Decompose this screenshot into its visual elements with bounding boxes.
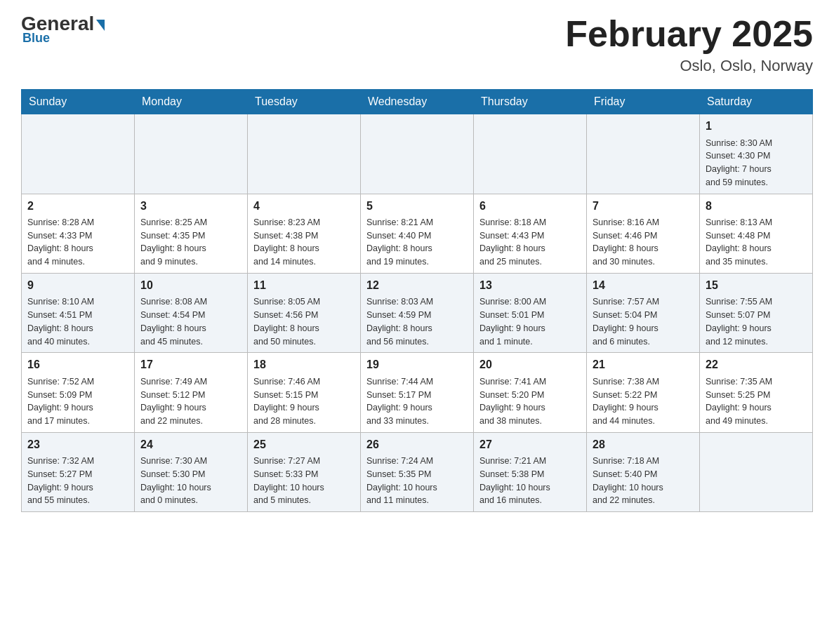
day-number: 20 <box>479 357 581 373</box>
calendar-week-row: 2Sunrise: 8:28 AM Sunset: 4:33 PM Daylig… <box>22 194 813 273</box>
day-number: 19 <box>366 357 468 373</box>
calendar-day-cell: 6Sunrise: 8:18 AM Sunset: 4:43 PM Daylig… <box>474 194 587 273</box>
day-number: 23 <box>27 437 128 452</box>
day-info: Sunrise: 7:38 AM Sunset: 5:22 PM Dayligh… <box>593 375 694 428</box>
day-info: Sunrise: 8:08 AM Sunset: 4:54 PM Dayligh… <box>140 295 241 348</box>
calendar-day-cell: 18Sunrise: 7:46 AM Sunset: 5:15 PM Dayli… <box>248 353 361 432</box>
day-info: Sunrise: 8:13 AM Sunset: 4:48 PM Dayligh… <box>706 216 807 269</box>
calendar-day-cell: 4Sunrise: 8:23 AM Sunset: 4:38 PM Daylig… <box>248 194 361 273</box>
calendar-week-row: 9Sunrise: 8:10 AM Sunset: 4:51 PM Daylig… <box>22 273 813 352</box>
calendar-day-cell: 12Sunrise: 8:03 AM Sunset: 4:59 PM Dayli… <box>361 273 474 352</box>
day-number: 25 <box>253 437 355 452</box>
calendar-day-cell: 20Sunrise: 7:41 AM Sunset: 5:20 PM Dayli… <box>474 353 587 432</box>
day-info: Sunrise: 7:21 AM Sunset: 5:38 PM Dayligh… <box>479 455 581 507</box>
calendar-day-cell <box>474 114 587 194</box>
day-number: 2 <box>27 199 128 214</box>
header: General Blue February 2025 Oslo, Oslo, N… <box>21 14 813 75</box>
calendar-week-row: 16Sunrise: 7:52 AM Sunset: 5:09 PM Dayli… <box>22 353 813 432</box>
day-info: Sunrise: 7:52 AM Sunset: 5:09 PM Dayligh… <box>27 375 128 428</box>
location-title: Oslo, Oslo, Norway <box>565 57 813 75</box>
title-area: February 2025 Oslo, Oslo, Norway <box>565 14 813 75</box>
day-info: Sunrise: 7:41 AM Sunset: 5:20 PM Dayligh… <box>479 375 581 428</box>
day-number: 26 <box>366 437 468 452</box>
calendar-day-cell: 21Sunrise: 7:38 AM Sunset: 5:22 PM Dayli… <box>587 353 700 432</box>
calendar-day-cell: 15Sunrise: 7:55 AM Sunset: 5:07 PM Dayli… <box>700 273 813 352</box>
calendar-day-cell: 11Sunrise: 8:05 AM Sunset: 4:56 PM Dayli… <box>248 273 361 352</box>
calendar-day-cell: 7Sunrise: 8:16 AM Sunset: 4:46 PM Daylig… <box>587 194 700 273</box>
day-info: Sunrise: 8:21 AM Sunset: 4:40 PM Dayligh… <box>366 216 468 269</box>
logo-blue: Blue <box>22 31 50 46</box>
day-number: 16 <box>27 357 128 373</box>
calendar-day-cell: 8Sunrise: 8:13 AM Sunset: 4:48 PM Daylig… <box>700 194 813 273</box>
calendar-day-cell: 23Sunrise: 7:32 AM Sunset: 5:27 PM Dayli… <box>22 432 135 511</box>
day-info: Sunrise: 7:30 AM Sunset: 5:30 PM Dayligh… <box>140 455 241 507</box>
day-info: Sunrise: 8:23 AM Sunset: 4:38 PM Dayligh… <box>253 216 355 269</box>
day-info: Sunrise: 7:24 AM Sunset: 5:35 PM Dayligh… <box>366 455 468 507</box>
day-info: Sunrise: 8:03 AM Sunset: 4:59 PM Dayligh… <box>366 295 468 348</box>
day-info: Sunrise: 8:10 AM Sunset: 4:51 PM Dayligh… <box>27 295 128 348</box>
day-info: Sunrise: 7:55 AM Sunset: 5:07 PM Dayligh… <box>706 295 807 348</box>
day-info: Sunrise: 7:57 AM Sunset: 5:04 PM Dayligh… <box>593 295 694 348</box>
day-info: Sunrise: 7:46 AM Sunset: 5:15 PM Dayligh… <box>253 375 355 428</box>
day-of-week-friday: Friday <box>587 90 700 114</box>
calendar-week-row: 1Sunrise: 8:30 AM Sunset: 4:30 PM Daylig… <box>22 114 813 194</box>
day-number: 22 <box>706 357 807 373</box>
calendar-table: SundayMondayTuesdayWednesdayThursdayFrid… <box>21 89 813 512</box>
calendar-day-cell: 5Sunrise: 8:21 AM Sunset: 4:40 PM Daylig… <box>361 194 474 273</box>
day-info: Sunrise: 8:28 AM Sunset: 4:33 PM Dayligh… <box>27 216 128 269</box>
day-number: 24 <box>140 437 241 452</box>
calendar-day-cell: 1Sunrise: 8:30 AM Sunset: 4:30 PM Daylig… <box>700 114 813 194</box>
day-info: Sunrise: 8:30 AM Sunset: 4:30 PM Dayligh… <box>706 137 807 189</box>
day-of-week-thursday: Thursday <box>474 90 587 114</box>
day-number: 8 <box>706 199 807 214</box>
day-number: 6 <box>479 199 581 214</box>
calendar-day-cell: 16Sunrise: 7:52 AM Sunset: 5:09 PM Dayli… <box>22 353 135 432</box>
day-number: 27 <box>479 437 581 452</box>
calendar-day-cell: 28Sunrise: 7:18 AM Sunset: 5:40 PM Dayli… <box>587 432 700 511</box>
calendar-day-cell: 13Sunrise: 8:00 AM Sunset: 5:01 PM Dayli… <box>474 273 587 352</box>
calendar-day-cell: 17Sunrise: 7:49 AM Sunset: 5:12 PM Dayli… <box>135 353 248 432</box>
day-info: Sunrise: 8:16 AM Sunset: 4:46 PM Dayligh… <box>593 216 694 269</box>
day-info: Sunrise: 7:44 AM Sunset: 5:17 PM Dayligh… <box>366 375 468 428</box>
calendar-day-cell <box>248 114 361 194</box>
day-info: Sunrise: 7:18 AM Sunset: 5:40 PM Dayligh… <box>593 455 694 507</box>
day-number: 9 <box>27 278 128 293</box>
calendar-day-cell <box>22 114 135 194</box>
day-info: Sunrise: 7:35 AM Sunset: 5:25 PM Dayligh… <box>706 375 807 428</box>
calendar-day-cell: 2Sunrise: 8:28 AM Sunset: 4:33 PM Daylig… <box>22 194 135 273</box>
day-info: Sunrise: 7:27 AM Sunset: 5:33 PM Dayligh… <box>253 455 355 507</box>
day-number: 17 <box>140 357 241 373</box>
calendar-day-cell: 22Sunrise: 7:35 AM Sunset: 5:25 PM Dayli… <box>700 353 813 432</box>
day-info: Sunrise: 8:25 AM Sunset: 4:35 PM Dayligh… <box>140 216 241 269</box>
day-number: 7 <box>593 199 694 214</box>
day-number: 5 <box>366 199 468 214</box>
calendar-day-cell <box>587 114 700 194</box>
calendar-day-cell: 26Sunrise: 7:24 AM Sunset: 5:35 PM Dayli… <box>361 432 474 511</box>
day-number: 14 <box>593 278 694 293</box>
calendar-day-cell: 3Sunrise: 8:25 AM Sunset: 4:35 PM Daylig… <box>135 194 248 273</box>
day-number: 10 <box>140 278 241 293</box>
calendar-day-cell: 14Sunrise: 7:57 AM Sunset: 5:04 PM Dayli… <box>587 273 700 352</box>
day-of-week-sunday: Sunday <box>22 90 135 114</box>
month-title: February 2025 <box>565 14 813 54</box>
calendar-day-cell <box>361 114 474 194</box>
calendar-day-cell <box>135 114 248 194</box>
day-number: 11 <box>253 278 355 293</box>
day-of-week-monday: Monday <box>135 90 248 114</box>
day-info: Sunrise: 7:49 AM Sunset: 5:12 PM Dayligh… <box>140 375 241 428</box>
day-number: 28 <box>593 437 694 452</box>
day-info: Sunrise: 7:32 AM Sunset: 5:27 PM Dayligh… <box>27 455 128 507</box>
day-info: Sunrise: 8:05 AM Sunset: 4:56 PM Dayligh… <box>253 295 355 348</box>
day-of-week-tuesday: Tuesday <box>248 90 361 114</box>
calendar-day-cell: 24Sunrise: 7:30 AM Sunset: 5:30 PM Dayli… <box>135 432 248 511</box>
calendar-day-cell: 9Sunrise: 8:10 AM Sunset: 4:51 PM Daylig… <box>22 273 135 352</box>
day-number: 13 <box>479 278 581 293</box>
day-number: 3 <box>140 199 241 214</box>
calendar-day-cell: 10Sunrise: 8:08 AM Sunset: 4:54 PM Dayli… <box>135 273 248 352</box>
day-number: 18 <box>253 357 355 373</box>
day-number: 1 <box>706 119 807 134</box>
day-of-week-wednesday: Wednesday <box>361 90 474 114</box>
day-info: Sunrise: 8:18 AM Sunset: 4:43 PM Dayligh… <box>479 216 581 269</box>
calendar-day-cell: 27Sunrise: 7:21 AM Sunset: 5:38 PM Dayli… <box>474 432 587 511</box>
calendar-day-cell: 19Sunrise: 7:44 AM Sunset: 5:17 PM Dayli… <box>361 353 474 432</box>
